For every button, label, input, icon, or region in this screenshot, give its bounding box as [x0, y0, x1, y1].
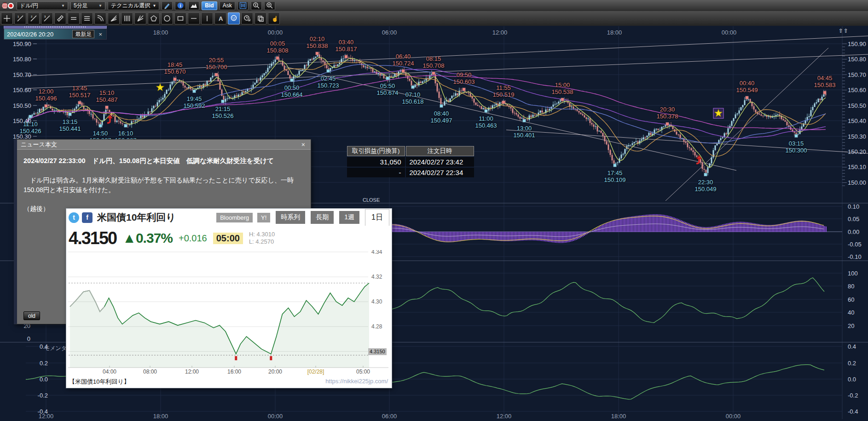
scroll-arrows[interactable]: ⇧⇧ [839, 28, 849, 34]
yield-value: 4.3150 [69, 228, 116, 248]
fibonacci-fan-icon[interactable] [108, 12, 120, 24]
close-icon[interactable]: × [300, 141, 307, 148]
main-toolbar: ドル/円 ▼ 5分足 ▼ テクニカル選択 ▼ i Bid Ask [0, 0, 868, 11]
bid-label: Bid [205, 2, 214, 9]
icon-stamp-icon[interactable] [228, 12, 240, 24]
vertical-line-icon[interactable] [201, 12, 213, 24]
treasury-x-label-12:00: 12:00 [185, 368, 199, 375]
gann-fan-icon[interactable] [134, 12, 146, 24]
treasury-widget-title: 米国債10年利回り [97, 211, 176, 224]
ellipse-icon[interactable] [161, 12, 173, 24]
time-zones-icon[interactable] [121, 12, 133, 24]
svg-text:4.28: 4.28 [371, 323, 382, 330]
timeframe-select[interactable]: 5分足 ▼ [70, 1, 105, 10]
news-window-titlebar[interactable]: ニュース本文 × [17, 140, 311, 150]
cursor-datetime-bar[interactable]: 2024/02/26 20:20 最新足 × [4, 25, 107, 40]
treasury-x-label-05:00: 05:00 [356, 368, 370, 375]
tab-longterm[interactable]: 長期 [311, 211, 334, 224]
zoom-range-icon[interactable] [251, 1, 262, 10]
copy-icon[interactable] [255, 12, 266, 24]
hand-icon[interactable]: ☝ [268, 12, 280, 24]
technical-select-label: テクニカル選択 [111, 2, 150, 10]
ask-label: Ask [223, 2, 232, 9]
close-icon[interactable]: × [97, 31, 104, 38]
svg-text:3: 3 [44, 15, 46, 18]
facebook-icon[interactable]: f [82, 212, 93, 223]
svg-text:A: A [219, 15, 223, 22]
zoom-in-icon[interactable] [264, 1, 275, 10]
treasury-widget-window: 4.344.324.304.284.26 t f 米国債10年利回り Bloom… [66, 208, 392, 388]
svg-text:☝: ☝ [272, 15, 278, 22]
treasury-values-row: 4.3150 ▲0.37% +0.016 05:00 H: 4.3010 L: … [66, 226, 392, 250]
chevron-down-icon: ▼ [152, 4, 156, 8]
drawing-toolbar: 123A☝ [0, 11, 868, 26]
area-chart-icon[interactable] [188, 1, 199, 10]
pnl-header-profit: 取引損益(円換算) [347, 146, 405, 156]
yahoo-button[interactable]: Y! [257, 213, 270, 222]
latest-candle-button[interactable]: 最新足 [72, 30, 94, 38]
current-yield-tag: 4.3150 [368, 348, 387, 355]
pnl-amount: 31,050 [347, 157, 405, 167]
news-body: ドル円は弱含み。1月米耐久財受注額が予想を下回る結果だったことに売りで反応し、一… [23, 175, 304, 195]
treasury-x-label-04:00: 04:00 [103, 368, 116, 375]
pnl-order-datetime: 2024/02/27 22:34 [406, 168, 474, 177]
pnl-table: 取引損益(円換算) 注文日時 31,0502024/02/27 23:42-20… [346, 145, 475, 178]
parallel-lines-icon[interactable] [68, 12, 80, 24]
time-cycle-icon[interactable] [241, 12, 253, 24]
bloomberg-button[interactable]: Bloomberg [216, 213, 253, 222]
yield-change-pct: ▲0.37% [122, 230, 173, 246]
tab-1week[interactable]: 1週 [339, 211, 359, 224]
treasury-widget-header: t f 米国債10年利回り Bloomberg Y! 時系列 長期 1週 1日 [66, 209, 392, 226]
treasury-footer-link[interactable]: https://nikkei225jp.com/ [325, 378, 388, 385]
treasury-x-label-16:00: 16:00 [227, 368, 241, 375]
pnl-row[interactable]: -2024/02/27 22:34 [347, 168, 474, 177]
crosshair-icon[interactable] [1, 12, 13, 24]
trading-app-window: 12:00150.49613:45150.51715:10150.48718:4… [0, 0, 868, 421]
tab-timeseries[interactable]: 時系列 [276, 211, 305, 224]
old-button[interactable]: old [23, 311, 40, 320]
ask-button[interactable]: Ask [220, 1, 235, 10]
svg-text:2: 2 [31, 15, 33, 18]
pentagon-icon[interactable] [148, 12, 160, 24]
currency-pair-select[interactable]: ドル/円 ▼ [17, 1, 68, 10]
twitter-icon[interactable]: t [69, 212, 79, 223]
pnl-amount: - [347, 168, 405, 177]
trendline-1-icon[interactable]: 1 [14, 12, 26, 24]
treasury-x-label-08:00: 08:00 [143, 368, 157, 375]
news-headline: 2024/02/27 22:33:00 ドル円、150.08円と本日安値 低調な… [23, 156, 304, 165]
candle-chart-icon[interactable] [237, 1, 249, 10]
svg-text:i: i [180, 3, 181, 8]
news-window-title: ニュース本文 [21, 140, 57, 149]
treasury-x-label-20:00: 20:00 [268, 368, 282, 375]
pnl-row[interactable]: 31,0502024/02/27 23:42 [347, 157, 474, 167]
rectangle-icon[interactable] [174, 12, 186, 24]
chevron-down-icon: ▼ [61, 4, 65, 8]
fibonacci-arc-icon[interactable] [94, 12, 106, 24]
technical-select-button[interactable]: テクニカル選択 ▼ [108, 1, 159, 10]
svg-text:4.32: 4.32 [371, 274, 382, 280]
horizontal-lines-icon[interactable] [81, 12, 93, 24]
trendline-3-icon[interactable]: 3 [41, 12, 53, 24]
draw-pencil-icon[interactable] [162, 1, 173, 10]
trendline-2-icon[interactable]: 2 [28, 12, 40, 24]
yield-change: +0.016 [179, 233, 207, 244]
timeframe-label: 5分足 [74, 2, 88, 10]
chevron-down-icon: ▼ [98, 4, 102, 8]
bid-button[interactable]: Bid [202, 1, 217, 10]
ruler-icon[interactable] [54, 12, 66, 24]
info-icon[interactable]: i [175, 1, 186, 10]
svg-text:4.30: 4.30 [371, 298, 382, 305]
text-icon[interactable]: A [214, 12, 226, 24]
treasury-x-label-[02/28]: [02/28] [307, 368, 324, 375]
horizontal-line-icon[interactable] [188, 12, 200, 24]
jp-flag-icon [7, 2, 14, 9]
pnl-header-date: 注文日時 [406, 146, 474, 156]
treasury-footer-title: 【米国債10年利回り】 [69, 378, 130, 386]
currency-pair-label: ドル/円 [20, 2, 38, 10]
pnl-order-datetime: 2024/02/27 23:42 [406, 157, 474, 167]
yield-high: H: 4.3010 [249, 231, 275, 238]
tab-1day[interactable]: 1日 [365, 209, 389, 226]
cursor-datetime-label: 2024/02/26 20:20 [7, 31, 53, 38]
svg-text:1: 1 [17, 15, 19, 18]
yield-time-badge: 05:00 [213, 233, 243, 244]
